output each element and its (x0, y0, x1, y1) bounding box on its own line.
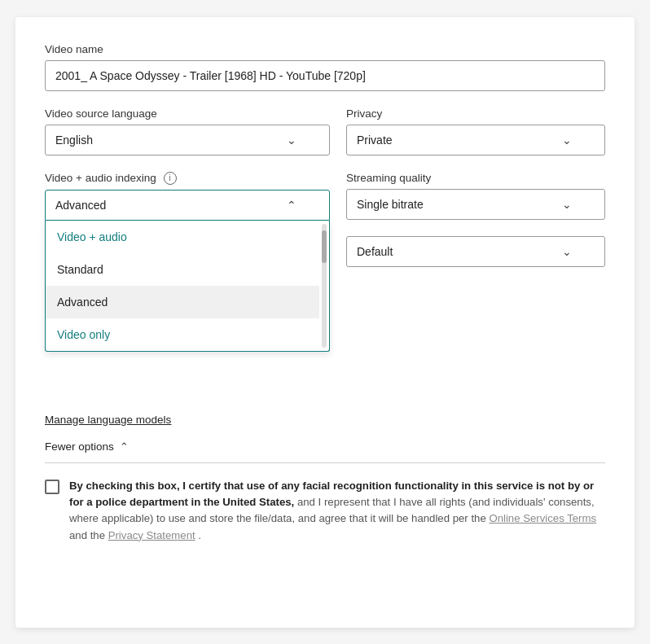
indexing-dropdown: Video + audio Standard Advanced Video on… (45, 221, 330, 352)
default-select[interactable]: Default ⌄ (346, 236, 605, 267)
default-chevron-icon: ⌄ (562, 245, 572, 258)
fewer-options-chevron-icon: ⌃ (120, 440, 129, 453)
privacy-statement-link[interactable]: Privacy Statement (108, 529, 195, 541)
source-language-chevron-icon: ⌄ (287, 134, 296, 147)
streaming-chevron-icon: ⌄ (562, 198, 572, 211)
fewer-options-row[interactable]: Fewer options ⌃ (45, 440, 605, 453)
facial-recognition-checkbox[interactable] (45, 480, 59, 494)
streaming-select[interactable]: Single bitrate ⌄ (346, 189, 605, 220)
indexing-label: Video + audio indexing i (45, 172, 330, 185)
video-name-input[interactable] (45, 60, 605, 91)
streaming-label: Streaming quality (346, 172, 605, 184)
privacy-label: Privacy (346, 107, 605, 120)
privacy-value: Private (357, 134, 393, 147)
main-card: Video name Video source language English… (15, 17, 635, 628)
facial-recognition-checkbox-row: By checking this box, I certify that use… (45, 478, 605, 545)
divider (45, 462, 605, 463)
indexing-select[interactable]: Advanced ⌃ (45, 190, 330, 221)
dropdown-scrollbar[interactable] (322, 224, 327, 348)
dropdown-item-video-only[interactable]: Video only (46, 318, 319, 351)
privacy-select-wrapper: Private ⌄ (346, 125, 605, 156)
indexing-section: Video + audio indexing i Advanced ⌃ Vide… (45, 172, 330, 221)
dropdown-list: Video + audio Standard Advanced Video on… (46, 221, 319, 351)
streaming-value: Single bitrate (357, 198, 424, 211)
dropdown-item-advanced[interactable]: Advanced (46, 286, 319, 318)
indexing-info-icon[interactable]: i (164, 172, 177, 185)
and-text: and the (69, 529, 108, 541)
dropdown-scrollbar-area: Video + audio Standard Advanced Video on… (46, 221, 329, 351)
source-language-label: Video source language (45, 107, 330, 120)
online-services-link[interactable]: Online Services Terms (489, 512, 596, 524)
source-language-value: English (55, 134, 93, 147)
manage-link[interactable]: Manage language models (45, 414, 605, 426)
source-language-select[interactable]: English ⌄ (45, 125, 330, 156)
indexing-chevron-icon: ⌃ (287, 199, 296, 212)
privacy-select[interactable]: Private ⌄ (346, 125, 605, 156)
indexing-value: Advanced (55, 199, 106, 212)
source-privacy-row: Video source language English ⌄ Privacy … (45, 107, 605, 156)
default-select-section: Default ⌄ (346, 236, 605, 267)
video-name-section: Video name (45, 43, 605, 91)
source-language-select-wrapper: English ⌄ (45, 125, 330, 156)
indexing-select-wrapper: Advanced ⌃ Video + audio Standard Advanc… (45, 190, 330, 221)
dropdown-item-standard[interactable]: Standard (46, 253, 319, 286)
privacy-chevron-icon: ⌄ (562, 134, 572, 147)
dropdown-item-video-audio[interactable]: Video + audio (46, 221, 319, 253)
video-name-label: Video name (45, 43, 605, 55)
default-value: Default (357, 245, 393, 258)
streaming-select-wrapper: Single bitrate ⌄ (346, 189, 605, 220)
streaming-section: Streaming quality Single bitrate ⌄ Defau… (346, 172, 605, 267)
dropdown-scrollbar-thumb (322, 230, 327, 263)
facial-recognition-text: By checking this box, I certify that use… (69, 478, 605, 545)
fewer-options-label: Fewer options (45, 440, 114, 453)
indexing-streaming-row: Video + audio indexing i Advanced ⌃ Vide… (45, 172, 605, 267)
source-language-section: Video source language English ⌄ (45, 107, 330, 156)
privacy-section: Privacy Private ⌄ (346, 107, 605, 156)
period: . (198, 529, 201, 541)
default-select-wrapper: Default ⌄ (346, 236, 605, 267)
